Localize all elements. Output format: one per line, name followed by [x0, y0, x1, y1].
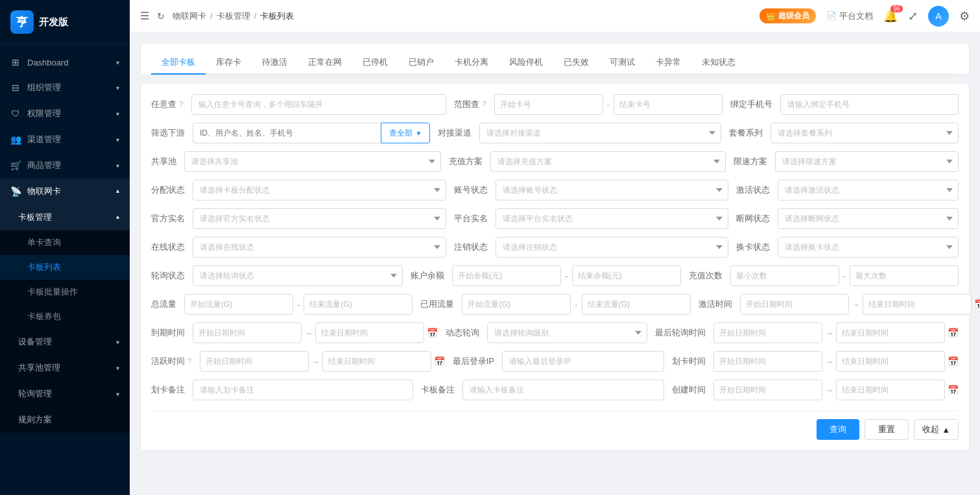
sidebar-item-label: 共享池管理 [18, 362, 60, 374]
balance-end-input[interactable] [572, 265, 681, 286]
package-series-label: 套餐系列 [729, 127, 763, 139]
speed-limit-select[interactable]: 请选择限速方案 [775, 151, 959, 172]
create-end-date[interactable] [836, 380, 945, 400]
sidebar-item-policy[interactable]: 规则方案 [0, 407, 130, 433]
poll-status-select[interactable]: 请选择轮询状态 [193, 265, 403, 286]
last-poll-end-date[interactable] [836, 322, 945, 343]
tab-stopped[interactable]: 已停机 [352, 51, 398, 75]
tab-unknown[interactable]: 未知状态 [691, 51, 746, 75]
breadcrumb-card-mgmt[interactable]: 卡板管理 [217, 10, 250, 22]
help-icon[interactable]: ? [179, 100, 184, 109]
activation-end-date[interactable] [863, 294, 972, 315]
activation-start-date[interactable] [740, 294, 849, 315]
package-series-select[interactable]: 请选择套餐系列 [771, 123, 959, 143]
recharge-max-input[interactable] [850, 265, 959, 286]
sidebar-item-iot[interactable]: 📡 物联网卡 ▾ [0, 178, 130, 204]
super-member-badge[interactable]: 👑 超级会员 [759, 8, 816, 23]
cancel-status-select[interactable]: 请选择注销状态 [496, 237, 728, 258]
tab-separated[interactable]: 卡机分离 [444, 51, 499, 75]
sidebar-item-channel[interactable]: 👥 渠道管理 ▾ [0, 127, 130, 152]
avatar[interactable]: A [928, 6, 949, 27]
tab-test[interactable]: 可测试 [599, 51, 645, 75]
total-flow-end[interactable] [304, 294, 412, 315]
active-help-icon[interactable]: ? [187, 357, 192, 366]
activation-status-select[interactable]: 请选择激活状态 [778, 180, 959, 200]
last-login-ip-input[interactable] [502, 351, 664, 372]
used-flow-end[interactable] [582, 294, 691, 315]
range-start-input[interactable] [494, 94, 603, 115]
menu-toggle-icon[interactable]: ☰ [140, 10, 149, 22]
recharge-scheme-select[interactable]: 请选择充值方案 [490, 151, 726, 172]
collapse-button[interactable]: 收起 ▲ [914, 419, 959, 440]
tab-stock[interactable]: 库存卡 [206, 51, 252, 75]
tab-risk[interactable]: 风险停机 [499, 51, 553, 75]
tab-online[interactable]: 正常在网 [298, 51, 352, 75]
tab-all[interactable]: 全部卡板 [151, 51, 206, 75]
card-cut-end-date[interactable] [836, 351, 945, 372]
active-start-date[interactable] [200, 351, 309, 372]
sidebar-item-label: 组织管理 [27, 82, 61, 93]
calendar-icon[interactable]: 📅 [948, 328, 959, 338]
range-end-input[interactable] [614, 94, 723, 115]
recharge-min-input[interactable] [730, 265, 839, 286]
online-status-select[interactable]: 请选择在线状态 [193, 237, 446, 258]
settings-icon[interactable]: ⚙ [959, 9, 970, 23]
tab-invalid[interactable]: 已失效 [553, 51, 599, 75]
official-realname-select[interactable]: 请选择官方实名状态 [193, 208, 446, 229]
platform-realname-select[interactable]: 请选择平台实名状态 [496, 208, 728, 229]
sidebar-subitem-card-batch[interactable]: 卡板批量操作 [0, 280, 130, 304]
dynamic-poll-select[interactable]: 请选择轮询级别 [487, 322, 647, 343]
sidebar-item-card-mgmt[interactable]: 卡板管理 ▾ [0, 204, 130, 230]
tab-cancelled[interactable]: 已销户 [398, 51, 444, 75]
card-cut-start-date[interactable] [713, 351, 822, 372]
expiry-end-date[interactable] [315, 322, 424, 343]
network-cut-select[interactable]: 请选择断网状态 [778, 208, 959, 229]
sidebar-subitem-single-card[interactable]: 单卡查询 [0, 230, 130, 255]
refresh-icon[interactable]: ↻ [157, 11, 165, 21]
balance-start-input[interactable] [452, 265, 561, 286]
calendar-icon[interactable]: 📅 [427, 328, 438, 338]
card-remark-input[interactable] [193, 380, 413, 400]
calendar-icon[interactable]: 📅 [974, 299, 980, 309]
sidebar-item-org[interactable]: ⊟ 组织管理 ▾ [0, 75, 130, 101]
sidebar-item-device-mgmt[interactable]: 设备管理 ▾ [0, 329, 130, 355]
sidebar-item-auth[interactable]: 🛡 权限管理 ▾ [0, 101, 130, 127]
card-swap-select[interactable]: 请选择换卡状态 [778, 237, 959, 258]
card-remark-label: 划卡备注 [151, 384, 185, 396]
total-flow-start[interactable] [184, 294, 293, 315]
card-board-remark-input[interactable] [462, 380, 664, 400]
tab-abnormal[interactable]: 卡异常 [645, 51, 691, 75]
alloc-status-select[interactable]: 请选择卡板分配状态 [193, 180, 446, 200]
sidebar-subitem-card-wallet[interactable]: 卡板券包 [0, 304, 130, 329]
calendar-icon[interactable]: 📅 [948, 385, 959, 395]
bind-phone-input[interactable] [780, 94, 959, 115]
sidebar-item-poll-mgmt[interactable]: 轮询管理 ▾ [0, 381, 130, 407]
sidebar-item-pool-mgmt[interactable]: 共享池管理 ▾ [0, 355, 130, 381]
org-icon: ⊟ [10, 82, 21, 93]
last-poll-start-date[interactable] [713, 322, 822, 343]
bind-phone-label: 绑定手机号 [730, 99, 772, 110]
query-button[interactable]: 查询 [817, 419, 859, 440]
notification-bell[interactable]: 🔔 96 [883, 9, 898, 23]
reset-button[interactable]: 重置 [865, 419, 909, 440]
sidebar-item-goods[interactable]: 🛒 商品管理 ▾ [0, 152, 130, 178]
expand-icon[interactable]: ⤢ [908, 9, 918, 23]
downstream-input[interactable] [193, 123, 381, 143]
calendar-icon[interactable]: 📅 [948, 356, 959, 367]
doc-btn[interactable]: 📄 平台文档 [826, 10, 873, 22]
shared-pool-select[interactable]: 请选择共享池 [184, 151, 441, 172]
sidebar-subitem-card-list[interactable]: 卡板列表 [0, 255, 130, 280]
create-start-date[interactable] [713, 380, 822, 400]
breadcrumb-iot[interactable]: 物联网卡 [173, 10, 206, 22]
range-help-icon[interactable]: ? [482, 100, 486, 109]
dock-channel-select[interactable]: 请选择对接渠道 [479, 123, 721, 143]
expiry-start-date[interactable] [193, 322, 302, 343]
downstream-btn[interactable]: 查全部 ▼ [381, 123, 430, 143]
used-flow-start[interactable] [462, 294, 571, 315]
active-end-date[interactable] [322, 351, 431, 372]
account-status-select[interactable]: 请选择账号状态 [496, 180, 728, 200]
calendar-icon[interactable]: 📅 [434, 356, 445, 367]
sidebar-item-dashboard[interactable]: ⊞ Dashboard ▾ [0, 50, 130, 75]
any-query-input[interactable] [191, 94, 446, 115]
tab-pending[interactable]: 待激活 [252, 51, 298, 75]
